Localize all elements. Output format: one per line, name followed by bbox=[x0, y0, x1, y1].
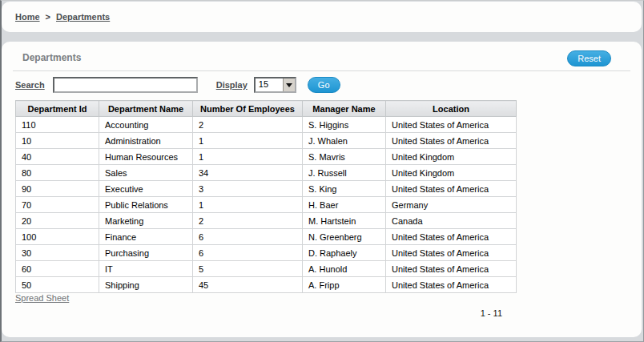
pagination-range: 1 - 11 bbox=[15, 308, 502, 318]
table-row: 80Sales34J. RussellUnited Kingdom bbox=[16, 165, 517, 181]
table-cell: 3 bbox=[193, 181, 303, 197]
select-dropdown-arrow-icon[interactable] bbox=[283, 78, 295, 91]
table-cell: A. Fripp bbox=[303, 277, 386, 293]
table-cell: 50 bbox=[16, 277, 99, 293]
table-cell: Germany bbox=[386, 197, 517, 213]
table-cell: 34 bbox=[193, 165, 303, 181]
table-row: 70Public Relations1H. BaerGermany bbox=[16, 197, 517, 213]
table-cell: 20 bbox=[16, 213, 99, 229]
table-cell: United States of America bbox=[386, 117, 517, 133]
display-label-link[interactable]: Display bbox=[216, 80, 248, 90]
table-cell: United States of America bbox=[386, 261, 517, 277]
table-row: 40Human Resources1S. MavrisUnited Kingdo… bbox=[16, 149, 517, 165]
table-row: 50Shipping45A. FrippUnited States of Ame… bbox=[16, 277, 517, 293]
search-bar: Search Display 15 Go bbox=[15, 76, 340, 94]
table-cell: 2 bbox=[193, 213, 303, 229]
table-cell: M. Hartstein bbox=[303, 213, 386, 229]
table-cell: Purchasing bbox=[99, 245, 193, 261]
table-row: 100Finance6N. GreenbergUnited States of … bbox=[16, 229, 517, 245]
table-cell: 110 bbox=[16, 117, 99, 133]
search-label-link[interactable]: Search bbox=[15, 80, 45, 90]
table-row: 30Purchasing6D. RaphaelyUnited States of… bbox=[16, 245, 517, 261]
table-cell: 100 bbox=[16, 229, 99, 245]
table-cell: S. King bbox=[303, 181, 386, 197]
table-cell: D. Raphaely bbox=[303, 245, 386, 261]
column-header: Department Id bbox=[16, 101, 99, 117]
table-row: 90Executive3S. KingUnited States of Amer… bbox=[16, 181, 517, 197]
table-cell: 1 bbox=[193, 197, 303, 213]
table-cell: J. Whalen bbox=[303, 133, 386, 149]
table-cell: 1 bbox=[193, 149, 303, 165]
table-cell: Finance bbox=[99, 229, 193, 245]
departments-table: Department IdDepartment NameNumber Of Em… bbox=[15, 100, 517, 293]
table-cell: Public Relations bbox=[99, 197, 193, 213]
table-cell: United Kingdom bbox=[386, 149, 517, 165]
table-cell: Canada bbox=[386, 213, 517, 229]
table-cell: Shipping bbox=[99, 277, 193, 293]
table-cell: IT bbox=[99, 261, 193, 277]
table-row: 110Accounting2S. HigginsUnited States of… bbox=[16, 117, 517, 133]
table-cell: United States of America bbox=[386, 229, 517, 245]
table-cell: 80 bbox=[16, 165, 99, 181]
table-cell: Executive bbox=[99, 181, 193, 197]
table-cell: J. Russell bbox=[303, 165, 386, 181]
page-title: Departments bbox=[22, 52, 81, 63]
table-cell: 90 bbox=[16, 181, 99, 197]
table-cell: 40 bbox=[16, 149, 99, 165]
table-cell: H. Baer bbox=[303, 197, 386, 213]
breadcrumb: Home > Departments bbox=[2, 2, 642, 32]
region-divider bbox=[13, 70, 630, 71]
search-input[interactable] bbox=[53, 77, 198, 93]
table-header-row: Department IdDepartment NameNumber Of Em… bbox=[16, 101, 517, 117]
table-body: 110Accounting2S. HigginsUnited States of… bbox=[16, 117, 517, 293]
spread-sheet-link[interactable]: Spread Sheet bbox=[15, 293, 69, 303]
table-cell: Administration bbox=[99, 133, 193, 149]
table-cell: Marketing bbox=[99, 213, 193, 229]
table-cell: 5 bbox=[193, 261, 303, 277]
column-header: Number Of Employees bbox=[193, 101, 303, 117]
column-header: Location bbox=[386, 101, 517, 117]
table-cell: 6 bbox=[193, 245, 303, 261]
table-cell: 70 bbox=[16, 197, 99, 213]
table-cell: Sales bbox=[99, 165, 193, 181]
table-cell: 30 bbox=[16, 245, 99, 261]
display-rows-selected-value: 15 bbox=[256, 78, 283, 91]
table-cell: United States of America bbox=[386, 181, 517, 197]
table-row: 10Administration1J. WhalenUnited States … bbox=[16, 133, 517, 149]
table-cell: 60 bbox=[16, 261, 99, 277]
table-cell: S. Higgins bbox=[303, 117, 386, 133]
table-cell: United States of America bbox=[386, 277, 517, 293]
table-cell: S. Mavris bbox=[303, 149, 386, 165]
table-cell: 1 bbox=[193, 133, 303, 149]
breadcrumb-link-home[interactable]: Home bbox=[15, 12, 40, 22]
breadcrumb-link-departments[interactable]: Departments bbox=[56, 12, 110, 22]
table-cell: United States of America bbox=[386, 245, 517, 261]
display-rows-select[interactable]: 15 bbox=[254, 77, 296, 93]
table-row: 60IT5A. HunoldUnited States of America bbox=[16, 261, 517, 277]
table-cell: 45 bbox=[193, 277, 303, 293]
table-cell: 10 bbox=[16, 133, 99, 149]
table-cell: A. Hunold bbox=[303, 261, 386, 277]
table-cell: Human Resources bbox=[99, 149, 193, 165]
table-cell: N. Greenberg bbox=[303, 229, 386, 245]
table-cell: United Kingdom bbox=[386, 165, 517, 181]
departments-region: Departments Reset Search Display 15 Go D… bbox=[2, 42, 642, 337]
column-header: Department Name bbox=[99, 101, 193, 117]
table-cell: 2 bbox=[193, 117, 303, 133]
table-row: 20Marketing2M. HartsteinCanada bbox=[16, 213, 517, 229]
breadcrumb-separator: > bbox=[46, 12, 50, 22]
page: Home > Departments Departments Reset Sea… bbox=[0, 0, 644, 342]
reset-button[interactable]: Reset bbox=[567, 50, 611, 66]
table-cell: 6 bbox=[193, 229, 303, 245]
table-cell: Accounting bbox=[99, 117, 193, 133]
go-button[interactable]: Go bbox=[308, 77, 340, 93]
table-cell: United States of America bbox=[386, 133, 517, 149]
column-header: Manager Name bbox=[303, 101, 386, 117]
